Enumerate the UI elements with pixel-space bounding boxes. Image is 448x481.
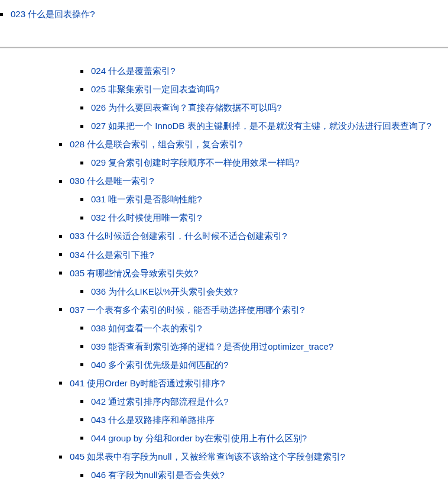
- toc-item: 028 什么是联合索引，组合索引，复合索引?: [59, 135, 448, 153]
- toc-item: 043 什么是双路排序和单路排序: [80, 411, 448, 429]
- toc-link[interactable]: 026 为什么要回表查询？直接存储数据不可以吗?: [91, 102, 282, 112]
- page-container: 023 什么是回表操作? 024 什么是覆盖索引?025 非聚集索引一定回表查询…: [0, 0, 448, 481]
- toc-link[interactable]: 024 什么是覆盖索引?: [91, 66, 176, 76]
- toc-top-block: 023 什么是回表操作?: [0, 0, 448, 47]
- toc-link[interactable]: 045 如果表中有字段为null，又被经常查询该不该给这个字段创建索引?: [70, 451, 345, 461]
- toc-item: 032 什么时候使用唯一索引?: [80, 208, 448, 227]
- toc-item: 027 如果把一个 InnoDB 表的主键删掉，是不是就没有主键，就没办法进行回…: [80, 117, 448, 135]
- toc-link[interactable]: 043 什么是双路排序和单路排序: [91, 415, 215, 425]
- toc-link[interactable]: 044 group by 分组和order by在索引使用上有什么区别?: [91, 433, 307, 443]
- toc-link[interactable]: 029 复合索引创建时字段顺序不一样使用效果一样吗?: [91, 157, 300, 167]
- toc-item: 036 为什么LIKE以%开头索引会失效?: [80, 282, 448, 301]
- toc-item: 024 什么是覆盖索引?: [80, 62, 448, 80]
- toc-link[interactable]: 046 有字段为null索引是否会失效?: [91, 470, 225, 480]
- toc-link[interactable]: 030 什么是唯一索引?: [70, 176, 154, 186]
- toc-link[interactable]: 035 有哪些情况会导致索引失效?: [70, 268, 199, 278]
- toc-list-top: 023 什么是回表操作?: [0, 5, 448, 23]
- toc-link[interactable]: 042 通过索引排序内部流程是什么?: [91, 396, 229, 406]
- toc-item: 044 group by 分组和order by在索引使用上有什么区别?: [80, 429, 448, 447]
- toc-item: 041 使用Order By时能否通过索引排序?: [59, 374, 448, 392]
- toc-link[interactable]: 040 多个索引优先级是如何匹配的?: [91, 360, 229, 370]
- toc-item: 035 有哪些情况会导致索引失效?: [59, 264, 448, 282]
- toc-item: 046 有字段为null索引是否会失效?: [80, 466, 448, 481]
- toc-link[interactable]: 036 为什么LIKE以%开头索引会失效?: [91, 286, 238, 296]
- toc-link[interactable]: 031 唯一索引是否影响性能?: [91, 194, 202, 204]
- toc-link[interactable]: 041 使用Order By时能否通过索引排序?: [70, 378, 225, 388]
- toc-item: 031 唯一索引是否影响性能?: [80, 190, 448, 208]
- toc-link[interactable]: 027 如果把一个 InnoDB 表的主键删掉，是不是就没有主键，就没办法进行回…: [91, 121, 431, 131]
- toc-list-main: 024 什么是覆盖索引?025 非聚集索引一定回表查询吗?026 为什么要回表查…: [0, 62, 448, 481]
- toc-item: 026 为什么要回表查询？直接存储数据不可以吗?: [80, 98, 448, 117]
- toc-link[interactable]: 028 什么是联合索引，组合索引，复合索引?: [70, 139, 243, 149]
- toc-link[interactable]: 032 什么时候使用唯一索引?: [91, 212, 202, 222]
- toc-link[interactable]: 023 什么是回表操作?: [11, 9, 95, 19]
- toc-item: 023 什么是回表操作?: [0, 5, 448, 23]
- toc-link[interactable]: 039 能否查看到索引选择的逻辑？是否使用过optimizer_trace?: [91, 341, 333, 351]
- toc-main-block: 024 什么是覆盖索引?025 非聚集索引一定回表查询吗?026 为什么要回表查…: [0, 49, 448, 481]
- toc-item: 029 复合索引创建时字段顺序不一样使用效果一样吗?: [80, 153, 448, 172]
- toc-item: 038 如何查看一个表的索引?: [80, 319, 448, 337]
- toc-item: 034 什么是索引下推?: [59, 246, 448, 264]
- toc-link[interactable]: 033 什么时候适合创建索引，什么时候不适合创建索引?: [70, 231, 287, 241]
- toc-item: 030 什么是唯一索引?: [59, 172, 448, 190]
- toc-item: 045 如果表中有字段为null，又被经常查询该不该给这个字段创建索引?: [59, 447, 448, 466]
- toc-link[interactable]: 038 如何查看一个表的索引?: [91, 323, 202, 333]
- toc-item: 042 通过索引排序内部流程是什么?: [80, 392, 448, 411]
- toc-link[interactable]: 034 什么是索引下推?: [70, 250, 154, 260]
- toc-item: 039 能否查看到索引选择的逻辑？是否使用过optimizer_trace?: [80, 337, 448, 356]
- toc-link[interactable]: 037 一个表有多个索引的时候，能否手动选择使用哪个索引?: [70, 305, 305, 315]
- toc-item: 040 多个索引优先级是如何匹配的?: [80, 356, 448, 374]
- toc-item: 037 一个表有多个索引的时候，能否手动选择使用哪个索引?: [59, 301, 448, 319]
- toc-link[interactable]: 025 非聚集索引一定回表查询吗?: [91, 84, 220, 94]
- toc-item: 025 非聚集索引一定回表查询吗?: [80, 80, 448, 98]
- toc-item: 033 什么时候适合创建索引，什么时候不适合创建索引?: [59, 227, 448, 245]
